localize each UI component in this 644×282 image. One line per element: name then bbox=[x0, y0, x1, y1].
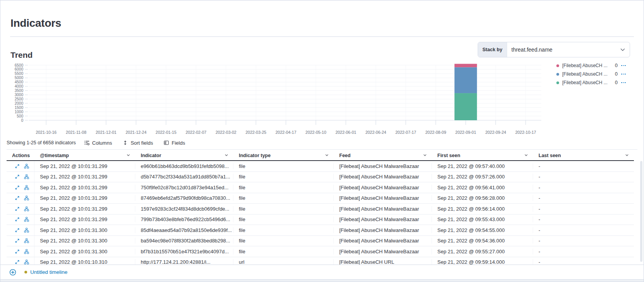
expand-icon[interactable] bbox=[15, 249, 20, 254]
columns-button[interactable]: Columns bbox=[84, 140, 112, 146]
cell-feed: [Filebeat] AbuseCH MalwareBazaar bbox=[334, 174, 432, 180]
cell-indicator-type: file bbox=[233, 227, 334, 233]
row-actions bbox=[7, 236, 35, 246]
cell-last-seen: - bbox=[533, 259, 634, 265]
cell-feed: [Filebeat] AbuseCH MalwareBazaar bbox=[334, 216, 432, 222]
cell-first-seen: Sep 21, 2022 @ 09:57:26.000 bbox=[432, 174, 533, 180]
column-header-timestamp[interactable]: @timestamp bbox=[35, 151, 135, 160]
svg-text:2021-12-24: 2021-12-24 bbox=[126, 130, 147, 135]
chevron-down-icon bbox=[625, 153, 629, 158]
expand-icon[interactable] bbox=[15, 174, 20, 179]
row-actions bbox=[7, 193, 35, 204]
svg-text:2022-01-15: 2022-01-15 bbox=[155, 130, 176, 135]
legend-actions-icon[interactable] bbox=[621, 65, 626, 66]
cell-timestamp: Sep 21, 2022 @ 10:01:31.300 bbox=[35, 249, 135, 254]
svg-text:1000: 1000 bbox=[15, 110, 24, 114]
stack-by-label: Stack by bbox=[478, 42, 507, 57]
plus-circle-icon[interactable] bbox=[9, 269, 16, 276]
add-to-timeline-icon[interactable] bbox=[24, 249, 29, 254]
column-header-indicator-type[interactable]: Indicator type bbox=[233, 151, 334, 160]
row-actions bbox=[7, 257, 35, 265]
chart-legend: [Filebeat] AbuseCH ... 0 [Filebeat] Abus… bbox=[556, 61, 638, 87]
add-to-timeline-icon[interactable] bbox=[24, 195, 29, 201]
add-to-timeline-icon[interactable] bbox=[24, 164, 29, 169]
page-background bbox=[0, 280, 644, 282]
add-to-timeline-icon[interactable] bbox=[24, 185, 29, 190]
expand-icon[interactable] bbox=[15, 228, 20, 233]
chevron-down-icon bbox=[325, 153, 329, 158]
indicators-page: Indicators Trend Stack by threat.feed.na… bbox=[0, 0, 644, 282]
cell-indicator: e960b61bb463dcd9b5b931fefdb5098... bbox=[135, 163, 233, 169]
legend-actions-icon[interactable] bbox=[621, 82, 626, 83]
timeline-bottom-bar: Untitled timeline bbox=[0, 265, 644, 280]
header-divider bbox=[10, 36, 634, 37]
svg-text:2022-07-17: 2022-07-17 bbox=[395, 130, 416, 135]
cell-timestamp: Sep 21, 2022 @ 10:01:10.310 bbox=[35, 259, 135, 265]
svg-text:2022-03-02: 2022-03-02 bbox=[216, 130, 237, 135]
fields-icon bbox=[164, 140, 169, 145]
cell-timestamp: Sep 21, 2022 @ 10:01:31.300 bbox=[35, 227, 135, 233]
column-header-feed[interactable]: Feed bbox=[334, 151, 432, 160]
cell-last-seen: - bbox=[533, 195, 634, 201]
toolbar-divider bbox=[7, 149, 637, 150]
add-to-timeline-icon[interactable] bbox=[24, 217, 29, 222]
svg-text:4000: 4000 bbox=[15, 84, 24, 88]
expand-icon[interactable] bbox=[15, 206, 20, 211]
expand-icon[interactable] bbox=[15, 217, 20, 222]
svg-text:2022-09-24: 2022-09-24 bbox=[485, 130, 506, 135]
timeline-status-dot bbox=[24, 271, 27, 273]
expand-icon[interactable] bbox=[15, 164, 20, 169]
column-header-first-seen[interactable]: First seen bbox=[432, 151, 533, 160]
expand-icon[interactable] bbox=[15, 260, 20, 265]
column-header-last-seen[interactable]: Last seen bbox=[533, 151, 634, 160]
svg-text:3500: 3500 bbox=[15, 88, 24, 93]
cell-timestamp: Sep 21, 2022 @ 10:01:31.300 bbox=[35, 238, 135, 244]
svg-text:3000: 3000 bbox=[15, 93, 24, 97]
fields-button[interactable]: Fields bbox=[164, 140, 185, 146]
column-header-indicator[interactable]: Indicator bbox=[135, 151, 233, 160]
svg-text:2022-03-25: 2022-03-25 bbox=[245, 130, 266, 135]
legend-item[interactable]: [Filebeat] AbuseCH ... 0 bbox=[556, 70, 638, 78]
table-header-row: Actions @timestamp Indicator Indicator t… bbox=[7, 151, 634, 161]
add-to-timeline-icon[interactable] bbox=[24, 206, 29, 211]
svg-text:0: 0 bbox=[21, 118, 23, 123]
sort-icon bbox=[123, 140, 128, 145]
legend-label: [Filebeat] AbuseCH ... bbox=[562, 63, 611, 68]
table-toolbar: Showing 1-25 of 6658 indicators Columns … bbox=[7, 138, 195, 147]
timeline-title-link[interactable]: Untitled timeline bbox=[30, 269, 67, 275]
table-scrollbar[interactable] bbox=[640, 161, 642, 262]
legend-item[interactable]: [Filebeat] AbuseCH ... 0 bbox=[556, 61, 638, 70]
svg-text:2500: 2500 bbox=[15, 97, 24, 101]
add-to-timeline-icon[interactable] bbox=[24, 260, 29, 265]
trend-heading: Trend bbox=[10, 50, 33, 60]
expand-icon[interactable] bbox=[15, 195, 20, 201]
legend-item[interactable]: [Filebeat] AbuseCH ... 0 bbox=[556, 78, 638, 87]
cell-last-seen: - bbox=[533, 163, 634, 169]
svg-text:5000: 5000 bbox=[15, 76, 24, 80]
cell-last-seen: - bbox=[533, 216, 634, 222]
cell-indicator-type: file bbox=[233, 249, 334, 254]
add-to-timeline-icon[interactable] bbox=[24, 228, 29, 233]
expand-icon[interactable] bbox=[15, 185, 20, 190]
cell-last-seen: - bbox=[533, 238, 634, 244]
cell-indicator: 85df4aeaaed54a07b92a8150e6de939f... bbox=[135, 227, 233, 233]
cell-indicator-type: url bbox=[233, 259, 334, 265]
add-to-timeline-icon[interactable] bbox=[24, 174, 29, 179]
legend-label: [Filebeat] AbuseCH ... bbox=[562, 80, 611, 85]
showing-count: Showing 1-25 of 6658 indicators bbox=[7, 140, 76, 145]
sort-fields-button[interactable]: Sort fields bbox=[123, 140, 153, 146]
svg-text:2022-04-17: 2022-04-17 bbox=[276, 130, 297, 135]
stack-by-select[interactable]: Stack by threat.feed.name bbox=[478, 42, 630, 57]
table-row: Sep 21, 2022 @ 10:01:31.2991597e9283c3cf… bbox=[7, 204, 634, 215]
cell-timestamp: Sep 21, 2022 @ 10:01:31.299 bbox=[35, 163, 135, 169]
svg-text:2022-02-07: 2022-02-07 bbox=[186, 130, 207, 135]
cell-first-seen: Sep 21, 2022 @ 09:54:55.000 bbox=[432, 227, 533, 233]
expand-icon[interactable] bbox=[15, 238, 20, 243]
add-to-timeline-icon[interactable] bbox=[24, 238, 29, 243]
legend-actions-icon[interactable] bbox=[621, 74, 626, 75]
svg-text:5500: 5500 bbox=[15, 71, 24, 76]
chevron-down-icon bbox=[423, 153, 427, 158]
cell-indicator-type: file bbox=[233, 195, 334, 201]
cell-indicator: 1597e9283c3cf24f834d8dcb0699cfde... bbox=[135, 206, 233, 212]
cell-timestamp: Sep 21, 2022 @ 10:01:31.299 bbox=[35, 206, 135, 212]
